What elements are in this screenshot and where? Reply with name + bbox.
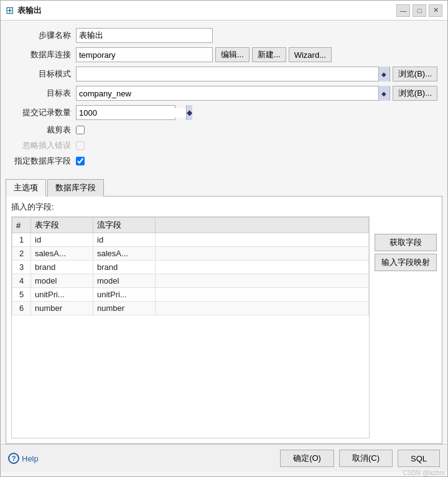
help-button[interactable]: ? Help (8, 453, 39, 464)
commit-size-row: 提交记录数量 ◆ (11, 105, 437, 120)
new-button[interactable]: 新建... (252, 47, 286, 62)
help-icon: ? (8, 453, 19, 464)
side-buttons: 获取字段 输入字段映射 (375, 216, 437, 438)
step-name-row: 步骤名称 (11, 28, 437, 43)
ignore-insert-label: 忽略插入错误 (11, 140, 76, 151)
table-row[interactable]: 5 unitPri... unitPri... (12, 288, 369, 302)
truncate-checkbox[interactable] (76, 126, 85, 134)
cell-extra-0 (156, 233, 369, 247)
fields-section-title: 插入的字段: (11, 201, 437, 213)
cell-table-4: unitPri... (31, 288, 93, 302)
cell-num-2: 3 (12, 261, 31, 274)
get-fields-button[interactable]: 获取字段 (375, 234, 437, 251)
cell-extra-5 (156, 302, 369, 315)
tab-main[interactable]: 主选项 (6, 179, 46, 197)
schema-diamond-icon[interactable]: ◆ (378, 67, 390, 81)
cell-stream-4: unitPri... (93, 288, 156, 302)
cell-stream-1: salesA... (93, 247, 156, 261)
cell-num-0: 1 (12, 233, 31, 247)
cell-table-5: number (31, 302, 93, 315)
target-table-label: 目标表 (11, 88, 76, 99)
target-schema-label: 目标模式 (11, 68, 76, 80)
window-icon: ⊞ (6, 4, 14, 16)
commit-size-spinner-arrow[interactable]: ◆ (186, 105, 192, 120)
table-row[interactable]: 3 brand brand (12, 261, 369, 274)
table-row[interactable]: 4 model model (12, 274, 369, 288)
db-connection-label: 数据库连接 (11, 49, 76, 60)
commit-size-label: 提交记录数量 (11, 107, 76, 118)
tab-content-main: 插入的字段: # 表字段 流字段 1 (6, 197, 442, 444)
target-table-row: 目标表 ◆ 浏览(B)... (11, 86, 437, 101)
table-browse-button[interactable]: 浏览(B)... (393, 86, 437, 101)
cell-extra-4 (156, 288, 369, 302)
wizard-button[interactable]: Wizard... (289, 47, 332, 62)
specify-fields-checkbox[interactable] (76, 157, 85, 165)
tab-db-fields[interactable]: 数据库字段 (47, 179, 104, 197)
truncate-row: 裁剪表 (11, 124, 437, 136)
confirm-button[interactable]: 确定(O) (280, 450, 334, 467)
col-header-num: # (12, 218, 31, 233)
db-connection-input[interactable] (76, 47, 213, 62)
fields-table: # 表字段 流字段 1 id id 2 salesA... salesA... … (12, 217, 369, 315)
commit-size-input[interactable] (77, 108, 186, 118)
main-window: ⊞ 表输出 — □ ✕ 步骤名称 数据库连接 编辑... 新建... Wizar… (0, 0, 448, 477)
schema-browse-button[interactable]: 浏览(B)... (393, 67, 437, 81)
window-title: 表输出 (17, 5, 42, 16)
cell-table-2: brand (31, 261, 93, 274)
ignore-insert-checkbox (76, 141, 85, 150)
step-name-input[interactable] (76, 28, 213, 43)
cell-table-0: id (31, 233, 93, 247)
specify-fields-label: 指定数据库字段 (11, 155, 76, 167)
cell-stream-2: brand (93, 261, 156, 274)
cell-extra-1 (156, 247, 369, 261)
target-schema-input[interactable] (77, 67, 378, 81)
cell-table-3: model (31, 274, 93, 288)
restore-button[interactable]: □ (413, 4, 426, 17)
col-header-stream-field: 流字段 (93, 218, 156, 233)
ignore-insert-row: 忽略插入错误 (11, 140, 437, 151)
cell-extra-2 (156, 261, 369, 274)
specify-fields-row: 指定数据库字段 (11, 155, 437, 167)
table-row[interactable]: 1 id id (12, 233, 369, 247)
db-connection-row: 数据库连接 编辑... 新建... Wizard... (11, 47, 437, 62)
cell-num-1: 2 (12, 247, 31, 261)
table-row[interactable]: 6 number number (12, 302, 369, 315)
input-mapping-button[interactable]: 输入字段映射 (375, 254, 437, 271)
target-schema-input-wrapper: ◆ (76, 67, 390, 81)
cell-num-4: 5 (12, 288, 31, 302)
edit-button[interactable]: 编辑... (215, 47, 250, 62)
fields-table-wrapper[interactable]: # 表字段 流字段 1 id id 2 salesA... salesA... … (11, 216, 370, 438)
cell-stream-5: number (93, 302, 156, 315)
col-header-table-field: 表字段 (31, 218, 93, 233)
table-diamond-icon[interactable]: ◆ (378, 86, 390, 101)
cell-num-3: 4 (12, 274, 31, 288)
title-bar: ⊞ 表输出 — □ ✕ (1, 1, 447, 21)
watermark: CSDN @lxzhm (1, 470, 447, 476)
cell-stream-3: model (93, 274, 156, 288)
help-label: Help (22, 454, 39, 463)
bottom-bar: ? Help 确定(O) 取消(C) SQL (1, 444, 447, 472)
step-name-label: 步骤名称 (11, 30, 76, 41)
close-button[interactable]: ✕ (429, 4, 442, 17)
commit-size-spinner: ◆ (76, 105, 175, 120)
cell-table-1: salesA... (31, 247, 93, 261)
sql-button[interactable]: SQL (398, 450, 440, 467)
target-schema-row: 目标模式 ◆ 浏览(B)... (11, 67, 437, 81)
table-header-row: # 表字段 流字段 (12, 218, 369, 233)
target-table-input-wrapper: ◆ (76, 86, 390, 101)
cell-num-5: 6 (12, 302, 31, 315)
tab-bar: 主选项 数据库字段 (6, 178, 442, 197)
tab-area: 主选项 数据库字段 插入的字段: # 表字段 流字段 (6, 178, 442, 444)
table-row[interactable]: 2 salesA... salesA... (12, 247, 369, 261)
cancel-button[interactable]: 取消(C) (339, 450, 393, 467)
cell-extra-3 (156, 274, 369, 288)
target-table-input[interactable] (77, 86, 378, 100)
form-area: 步骤名称 数据库连接 编辑... 新建... Wizard... 目标模式 ◆ … (1, 21, 447, 176)
cell-stream-0: id (93, 233, 156, 247)
truncate-label: 裁剪表 (11, 124, 76, 136)
minimize-button[interactable]: — (396, 4, 410, 17)
col-header-extra (156, 218, 369, 233)
